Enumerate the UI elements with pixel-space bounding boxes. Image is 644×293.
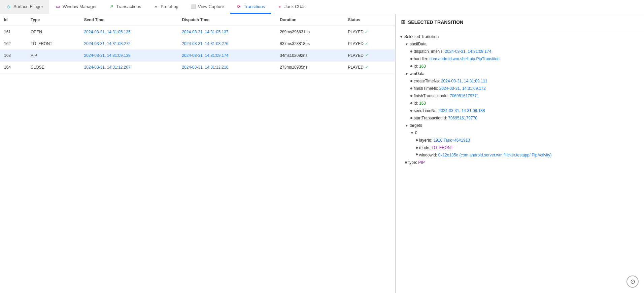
tree-send-time-ns: sendTimeNs: 2024-03-31, 14:31:09.138 [410, 107, 640, 114]
cell-duration: 273ms10905ns [276, 62, 344, 73]
col-send-time: Send Time [80, 14, 178, 26]
tree-root: ▼ Selected Transition [400, 33, 640, 40]
dot-icon [405, 161, 407, 163]
table-row[interactable]: 161OPEN2024-03-31, 14:31:05.1352024-03-3… [0, 26, 395, 38]
col-status: Status [344, 14, 395, 26]
cell-duration: 837ms328818ns [276, 38, 344, 50]
cell-id: 161 [0, 26, 27, 38]
tree-create-time-ns: createTimeNs: 2024-03-31, 14:31:09.111 [410, 77, 640, 85]
view-capture-icon: ⬜ [191, 4, 196, 9]
dot-icon [410, 80, 412, 82]
tree-start-transaction-id: startTransactionId: 7069516179770 [410, 114, 640, 122]
table-area: Id Type Send Time Dispatch Time Duration… [0, 14, 395, 293]
tab-proto-log[interactable]: ≡ ProtoLog [147, 0, 184, 14]
jank-cujs-icon: ● [277, 4, 282, 9]
dot-icon [410, 58, 412, 60]
tree-window-id: windowId: 0x12e135e (com.android.server.… [416, 151, 640, 159]
cell-type: TO_FRONT [27, 38, 80, 50]
transitions-table: Id Type Send Time Dispatch Time Duration… [0, 14, 395, 73]
dot-icon [410, 87, 412, 89]
tree-finish-time-ns: finishTimeNs: 2024-03-31, 14:31:09.172 [410, 85, 640, 92]
tree-shell-data-row: ▼ shellData [400, 40, 640, 48]
tree-wm-id: id: 163 [410, 100, 640, 107]
right-panel: ⊞ SELECTED TRANSITION ▼ Selected Transit… [395, 14, 644, 293]
table-row[interactable]: 164CLOSE2024-03-31, 14:31:12.2072024-03-… [0, 62, 395, 73]
cell-dispatch-time: 2024-03-31, 14:31:09.174 [178, 50, 276, 62]
cell-send-time: 2024-03-31, 14:31:12.207 [80, 62, 178, 73]
surface-flinger-icon: ◇ [6, 4, 11, 9]
cell-status: PLAYED ✓ [344, 38, 395, 50]
layer-id-value: 1910 Task=46#1910 [434, 137, 470, 143]
tree-dispatch-time-ns: dispatchTimeNs: 2024-03-31, 14:31:09.174 [410, 48, 640, 55]
tab-window-manager[interactable]: ▭ Window Manager [49, 0, 103, 14]
tab-jank-cujs[interactable]: ● Jank CUJs [271, 0, 312, 14]
mode-value: TO_FRONT [432, 145, 453, 151]
cell-dispatch-time: 2024-03-31, 14:31:12.210 [178, 62, 276, 73]
bottom-right-button[interactable]: ⊙ [626, 276, 639, 288]
tab-transactions[interactable]: ↗ Transactions [103, 0, 147, 14]
cell-duration: 289ms296631ns [276, 26, 344, 38]
cell-type: CLOSE [27, 62, 80, 73]
dot-icon [410, 65, 412, 67]
tree-toggle-target-0[interactable]: ▼ [410, 131, 415, 136]
tab-bar: ◇ Surface Flinger ▭ Window Manager ↗ Tra… [0, 0, 644, 14]
dot-icon [410, 102, 412, 104]
tree-toggle-root[interactable]: ▼ [400, 34, 404, 39]
tab-view-capture[interactable]: ⬜ View Capture [184, 0, 230, 14]
cell-duration: 34ms102092ns [276, 50, 344, 62]
dot-icon [416, 139, 418, 141]
table-row[interactable]: 162TO_FRONT2024-03-31, 14:31:08.2722024-… [0, 38, 395, 50]
cell-send-time: 2024-03-31, 14:31:08.272 [80, 38, 178, 50]
finish-time-ns-value: 2024-03-31, 14:31:09.172 [439, 85, 486, 91]
cell-type: PIP [27, 50, 80, 62]
wm-id-value: 163 [419, 100, 426, 106]
panel-header: ⊞ SELECTED TRANSITION [396, 14, 644, 30]
tree-shell-id: id: 163 [410, 63, 640, 70]
start-transaction-id-value: 7069516179770 [448, 115, 477, 121]
dot-icon [410, 117, 412, 119]
cell-type: OPEN [27, 26, 80, 38]
transitions-icon: ⟳ [236, 4, 242, 9]
handler-value: com.android.wm.shell.pip.PipTransition [430, 56, 500, 62]
tree-targets-row: ▼ targets [400, 122, 640, 129]
tree-toggle-shell-data[interactable]: ▼ [405, 42, 410, 47]
dot-icon [410, 95, 412, 97]
table-row[interactable]: 163PIP2024-03-31, 14:31:09.1382024-03-31… [0, 50, 395, 62]
transactions-icon: ↗ [109, 4, 114, 9]
tree-toggle-targets[interactable]: ▼ [405, 123, 410, 128]
cell-id: 164 [0, 62, 27, 73]
cell-id: 163 [0, 50, 27, 62]
col-dispatch-time: Dispatch Time [178, 14, 276, 26]
cell-dispatch-time: 2024-03-31, 14:31:05.137 [178, 26, 276, 38]
create-time-ns-value: 2024-03-31, 14:31:09.111 [441, 78, 487, 84]
dot-icon [410, 50, 412, 52]
dispatch-time-ns-value: 2024-03-31, 14:31:09.174 [445, 48, 491, 54]
finish-transaction-id-value: 7069516179771 [450, 93, 479, 99]
panel-header-icon: ⊞ [401, 19, 405, 25]
send-time-ns-value: 2024-03-31, 14:31:09.138 [439, 108, 485, 114]
tree-mode: mode: TO_FRONT [416, 144, 640, 151]
col-duration: Duration [276, 14, 344, 26]
cell-send-time: 2024-03-31, 14:31:05.135 [80, 26, 178, 38]
tree-container: ▼ Selected Transition ▼ shellData dispat… [396, 30, 644, 169]
tree-wm-data-content: createTimeNs: 2024-03-31, 14:31:09.111 f… [400, 77, 640, 122]
dot-icon [416, 153, 418, 155]
tree-target-0-content: layerId: 1910 Task=46#1910 mode: TO_FRON… [410, 137, 640, 159]
cell-status: PLAYED ✓ [344, 62, 395, 73]
type-value: PIP [418, 159, 425, 166]
tab-transitions[interactable]: ⟳ Transitions [230, 0, 271, 14]
tab-surface-flinger[interactable]: ◇ Surface Flinger [0, 0, 49, 14]
tree-toggle-wm-data[interactable]: ▼ [405, 71, 410, 76]
tree-targets-content: ▼ 0 layerId: 1910 Task=46#1910 mode: TO_… [400, 129, 640, 159]
panel-title: SELECTED TRANSITION [408, 20, 463, 25]
tree-target-0-row: ▼ 0 [410, 129, 640, 137]
tree-handler: handler: com.android.wm.shell.pip.PipTra… [410, 55, 640, 63]
col-type: Type [27, 14, 80, 26]
tree-finish-transaction-id: finishTransactionId: 7069516179771 [410, 92, 640, 100]
dot-icon [410, 110, 412, 112]
tree-type-row: type: PIP [400, 159, 640, 166]
cell-send-time: 2024-03-31, 14:31:09.138 [80, 50, 178, 62]
cell-status: PLAYED ✓ [344, 50, 395, 62]
cell-id: 162 [0, 38, 27, 50]
main-area: Id Type Send Time Dispatch Time Duration… [0, 14, 644, 293]
